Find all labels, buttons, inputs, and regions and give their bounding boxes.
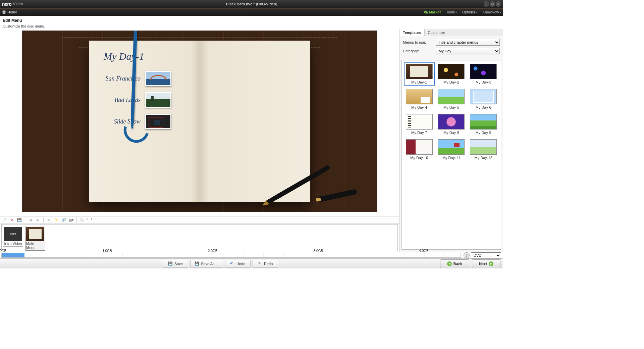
disc-tick: 4.0GB — [419, 249, 428, 253]
undo-button[interactable]: ↶Undo — [225, 260, 251, 268]
clip-label: Intro Video — [4, 242, 22, 246]
template-label: My Day-11 — [442, 156, 460, 160]
template-item[interactable]: My Day-9 — [469, 113, 498, 135]
disc-tick: 2.0GB — [208, 249, 217, 253]
disc-type-select[interactable]: DVD — [471, 252, 501, 258]
template-item[interactable]: My Day-10 — [405, 139, 434, 160]
template-item[interactable]: My Day-5 — [437, 88, 466, 110]
template-item[interactable]: My Day-12 — [469, 139, 498, 160]
save-as-button[interactable]: 💾Save As ... — [190, 260, 223, 268]
redo-button[interactable]: ↷Redo — [253, 260, 278, 268]
save-button[interactable]: 💾Save — [163, 260, 188, 268]
template-label: My Day-4 — [411, 105, 427, 109]
maximize-button[interactable]: ◱ — [490, 1, 495, 7]
market-icon: 🛍 — [424, 10, 428, 14]
template-label: My Day-8 — [443, 131, 459, 135]
title-bar: nero Video Black Bars.nvc * [DVD-Video] … — [0, 0, 503, 8]
template-label: My Day-5 — [443, 105, 459, 109]
delete-icon[interactable]: ✕ — [9, 217, 15, 223]
template-item[interactable]: My Day-1 — [405, 63, 434, 85]
menu-bar: Home 🛍 Market Tools Options KnowHow — [0, 8, 503, 16]
template-item[interactable]: My Day-8 — [437, 113, 466, 135]
template-label: My Day-9 — [476, 131, 491, 135]
template-label: My Day-2 — [443, 80, 459, 84]
clip-thumb — [26, 227, 44, 241]
book-graphic: My Day-1 San Francisco Bad Lands Slide S… — [89, 41, 310, 202]
template-label: My Day-3 — [476, 80, 491, 84]
save-as-icon: 💾 — [195, 261, 199, 266]
disc-tick: 1.0GB — [102, 249, 112, 253]
menu-item-thumb — [145, 114, 171, 129]
undo-icon: ↶ — [230, 261, 235, 266]
menu-title[interactable]: My Day-1 — [104, 51, 192, 62]
redo-icon: ↷ — [258, 261, 262, 266]
preview-toolbar: 📄 ✕ 💾 ◀ ▶ ➤ ✨ 🔗 ▦▾ ⿻ ⋮⋮ — [0, 216, 399, 223]
template-label: My Day-6 — [476, 105, 491, 109]
tools-menu[interactable]: Tools — [446, 10, 457, 14]
minimize-button[interactable]: — — [484, 1, 489, 7]
save-icon[interactable]: 💾 — [16, 217, 23, 223]
menus-select[interactable]: Title and chapter menus — [436, 39, 500, 46]
page-subtitle: Customize the disc menu. — [3, 24, 500, 28]
group-icon: ⿻ — [79, 217, 86, 223]
tab-templates[interactable]: Templates — [399, 29, 425, 36]
menu-item-1[interactable]: San Francisco — [100, 71, 192, 86]
home-button[interactable]: Home — [2, 10, 17, 14]
template-label: My Day-7 — [411, 131, 427, 135]
back-icon: ◄ — [447, 261, 452, 266]
template-label: My Day-10 — [410, 156, 428, 160]
template-list[interactable]: My Day-1 My Day-2 My Day-3 My Day-4 My D… — [401, 60, 501, 250]
link-icon[interactable]: 🔗 — [60, 217, 67, 223]
footer-bar: 💾Save 💾Save As ... ↶Undo ↷Redo ◄Back Nex… — [0, 258, 503, 268]
template-item[interactable]: My Day-7 — [405, 113, 434, 135]
disc-usage-row: 0.0GB 1.0GB 2.0GB 3.0GB 4.0GB ? DVD — [0, 252, 503, 258]
brand-sub: Video — [13, 2, 23, 6]
menu-item-thumb — [145, 71, 171, 86]
side-panel: Templates Customize Menus to use: Title … — [399, 29, 503, 252]
document-title: Black Bars.nvc * [DVD-Video] — [226, 2, 277, 6]
next-icon: ► — [489, 261, 493, 266]
menu-item-2[interactable]: Bad Lands — [100, 92, 192, 108]
template-item[interactable]: My Day-3 — [469, 63, 498, 85]
page-title: Edit Menu — [3, 18, 500, 23]
back-button[interactable]: ◄Back — [440, 259, 469, 268]
knowhow-menu[interactable]: KnowHow — [482, 10, 501, 14]
category-select[interactable]: My Day — [436, 48, 500, 54]
template-item[interactable]: My Day-4 — [405, 88, 434, 110]
disc-tick: 0.0GB — [0, 249, 6, 253]
preview-canvas: My Day-1 San Francisco Bad Lands Slide S… — [0, 29, 399, 216]
new-item-icon: 📄 — [1, 217, 8, 223]
template-item[interactable]: My Day-2 — [437, 63, 466, 85]
menu-preview[interactable]: My Day-1 San Francisco Bad Lands Slide S… — [22, 31, 377, 212]
menus-label: Menus to use: — [403, 40, 434, 44]
template-item[interactable]: My Day-11 — [437, 139, 466, 160]
template-item[interactable]: My Day-6 — [469, 88, 498, 110]
tab-customize[interactable]: Customize — [425, 29, 449, 36]
clip-strip: nero Intro Video Main Menu — [1, 224, 398, 251]
home-icon — [2, 10, 6, 14]
wand-icon[interactable]: ✨ — [53, 217, 60, 223]
options-menu[interactable]: Options — [462, 10, 477, 14]
align-icon[interactable]: ⋮⋮ — [86, 217, 93, 223]
close-button[interactable]: ✕ — [496, 1, 501, 7]
category-label: Category: — [403, 49, 434, 53]
next-button[interactable]: Next► — [472, 259, 500, 268]
home-label: Home — [7, 10, 17, 14]
help-icon[interactable]: ? — [464, 252, 470, 258]
clip-main-menu[interactable]: Main Menu — [25, 226, 45, 251]
disc-usage-bar: 0.0GB 1.0GB 2.0GB 3.0GB 4.0GB — [1, 253, 461, 258]
disc-tick: 3.0GB — [314, 249, 323, 253]
save-icon: 💾 — [168, 261, 173, 266]
clip-intro[interactable]: nero Intro Video — [3, 226, 23, 247]
grid-icon[interactable]: ▦▾ — [68, 217, 74, 223]
template-label: My Day-12 — [475, 156, 492, 160]
menu-item-thumb — [145, 92, 171, 108]
market-label: Market — [429, 10, 441, 14]
pointer-icon: ➤ — [46, 217, 52, 223]
page-header: Edit Menu Customize the disc menu. — [0, 16, 503, 29]
market-button[interactable]: 🛍 Market — [424, 10, 441, 14]
brand-logo: nero — [2, 1, 11, 7]
nav-next-icon: ▶ — [35, 217, 41, 223]
clip-label: Main Menu — [26, 242, 44, 250]
template-label: My Day-1 — [411, 80, 427, 84]
